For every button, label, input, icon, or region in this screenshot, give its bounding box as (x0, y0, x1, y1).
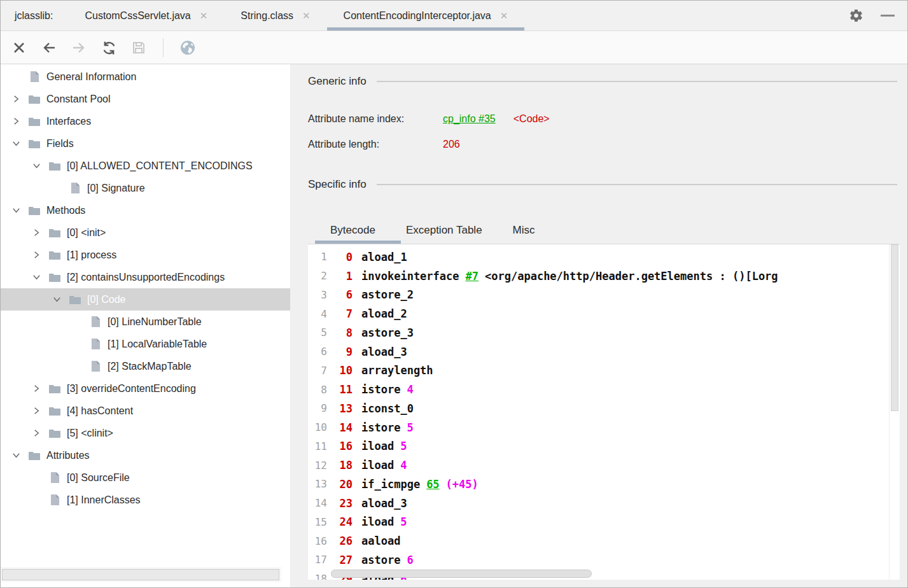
bytecode-offset: 9 (327, 346, 353, 358)
bytecode-offset: 11 (327, 383, 353, 396)
chevron-right-icon[interactable] (10, 94, 22, 104)
tree-item[interactable]: [2] StackMapTable (1, 355, 290, 377)
bytecode-line: 1320if_icmpge65(+45) (308, 475, 889, 494)
tree-item-label: [0] <init> (67, 227, 106, 239)
tab-close-icon[interactable]: ✕ (200, 11, 208, 20)
opcode-mnemonic: arraylength (361, 364, 433, 377)
chevron-right-icon[interactable] (30, 406, 43, 416)
line-number: 4 (308, 308, 327, 320)
tab-close-icon[interactable]: ✕ (302, 11, 311, 20)
tree-item[interactable]: [0] Signature (1, 177, 290, 199)
bytecode-link[interactable]: #7 (466, 270, 478, 283)
tab-label: String.class (241, 10, 293, 22)
document-icon (48, 494, 62, 506)
tree-item[interactable]: Constant Pool (1, 88, 290, 110)
tree-item[interactable]: General Information (1, 66, 290, 88)
bytecode-view: 10aload_121invokeinterface#7<org/apache/… (308, 244, 900, 580)
expander-placeholder (71, 361, 83, 372)
document-icon (68, 182, 82, 194)
tree-item[interactable]: [0] <init> (1, 221, 290, 244)
chevron-down-icon[interactable] (30, 272, 43, 283)
settings-gear-icon[interactable] (848, 8, 864, 24)
bytecode-vertical-scrollbar[interactable] (889, 244, 900, 580)
chevron-right-icon[interactable] (30, 428, 43, 438)
attribute-name-index-label: Attribute name index: (308, 113, 404, 125)
generic-info-title: Generic info (308, 75, 367, 88)
tree-item[interactable]: [5] <clinit> (1, 422, 290, 444)
line-number: 15 (308, 516, 327, 528)
tab-close-icon[interactable]: ✕ (500, 11, 508, 20)
expander-placeholder (10, 72, 22, 82)
chevron-down-icon[interactable] (10, 451, 22, 461)
opcode-mnemonic: iload (361, 459, 394, 472)
chevron-down-icon[interactable] (10, 206, 22, 216)
line-number: 5 (308, 326, 327, 339)
save-button[interactable] (130, 39, 147, 56)
document-icon (88, 360, 102, 372)
document-icon (88, 316, 102, 328)
close-icon (11, 40, 27, 55)
minimize-icon[interactable] (881, 15, 895, 17)
reload-button[interactable] (101, 39, 117, 56)
section-divider (377, 81, 897, 82)
editor-tab[interactable]: String.class✕ (224, 1, 326, 31)
jclasslib-window: jclasslib: CustomCssServlet.java✕String.… (0, 0, 908, 588)
line-number: 18 (308, 573, 327, 580)
tree-item[interactable]: [3] overrideContentEncoding (1, 377, 290, 400)
attribute-name-index-row: Attribute name index: cp_info #35 <Code> (308, 111, 897, 127)
chevron-right-icon[interactable] (30, 228, 43, 238)
chevron-down-icon[interactable] (10, 139, 22, 149)
bytecode-line: 1116iload5 (308, 437, 889, 456)
tree-item[interactable]: [0] SourceFile (1, 466, 290, 489)
specific-info-tabs: BytecodeException TableMisc (315, 219, 550, 241)
tree-item[interactable]: [1] LocalVariableTable (1, 333, 290, 355)
tree-item[interactable]: [4] hasContent (1, 400, 290, 422)
folder-icon (48, 428, 62, 438)
editor-tab[interactable]: CustomCssServlet.java✕ (68, 1, 224, 31)
chevron-right-icon[interactable] (30, 250, 43, 260)
chevron-down-icon[interactable] (30, 161, 43, 171)
constant-pool-link[interactable]: cp_info #35 (443, 113, 496, 125)
tree-item[interactable]: [1] process (1, 244, 290, 266)
close-button[interactable] (11, 39, 27, 56)
detail-tab-misc[interactable]: Misc (498, 219, 550, 241)
opcode-mnemonic: aload_3 (361, 346, 407, 358)
editor-tab[interactable]: ContentEncodingInterceptor.java✕ (327, 1, 525, 31)
open-web-button[interactable] (179, 39, 196, 56)
bytecode-vertical-scrollbar-thumb[interactable] (891, 244, 898, 411)
tree-item[interactable]: [0] ALLOWED_CONTENT_ENCODINGS (1, 155, 290, 177)
tree-item[interactable]: [0] LineNumberTable (1, 311, 290, 333)
line-number: 13 (308, 478, 327, 490)
tree-horizontal-scrollbar-thumb[interactable] (2, 569, 279, 580)
tree-item-label: [1] process (67, 249, 116, 261)
line-number: 3 (308, 289, 327, 301)
opcode-mnemonic: astore_2 (361, 288, 414, 301)
chevron-right-icon[interactable] (30, 384, 43, 394)
detail-tab-exception-table[interactable]: Exception Table (391, 219, 498, 241)
class-structure-tree: General InformationConstant PoolInterfac… (1, 66, 290, 511)
tree-item[interactable]: [0] Code (1, 288, 290, 311)
chevron-down-icon[interactable] (50, 295, 63, 305)
constant-comment: <org/apache/http/Header.getElements : ()… (485, 270, 778, 283)
tree-item[interactable]: [2] containsUnsupportedEncodings (1, 266, 290, 288)
folder-icon (27, 139, 41, 149)
tree-horizontal-scrollbar[interactable] (1, 567, 281, 582)
tree-item[interactable]: Methods (1, 199, 290, 221)
back-button[interactable] (41, 39, 57, 56)
tree-item[interactable]: [1] InnerClasses (1, 489, 290, 511)
detail-tab-bytecode[interactable]: Bytecode (315, 219, 391, 241)
tab-label: CustomCssServlet.java (85, 10, 190, 22)
bytecode-horizontal-scrollbar-thumb[interactable] (331, 570, 592, 578)
tree-item-label: Constant Pool (46, 94, 111, 105)
tree-item-label: [2] StackMapTable (108, 361, 192, 372)
tree-item[interactable]: Attributes (1, 444, 290, 466)
forward-button[interactable] (71, 39, 87, 56)
bytecode-link[interactable]: 65 (426, 478, 439, 491)
chevron-right-icon[interactable] (10, 116, 22, 127)
tree-item[interactable]: Fields (1, 132, 290, 155)
bytecode-line: 1014istore5 (308, 418, 889, 437)
tree-item[interactable]: Interfaces (1, 110, 290, 132)
back-arrow-icon (41, 40, 57, 55)
class-structure-panel: General InformationConstant PoolInterfac… (1, 64, 290, 587)
bytecode-line: 1524iload5 (308, 513, 889, 532)
